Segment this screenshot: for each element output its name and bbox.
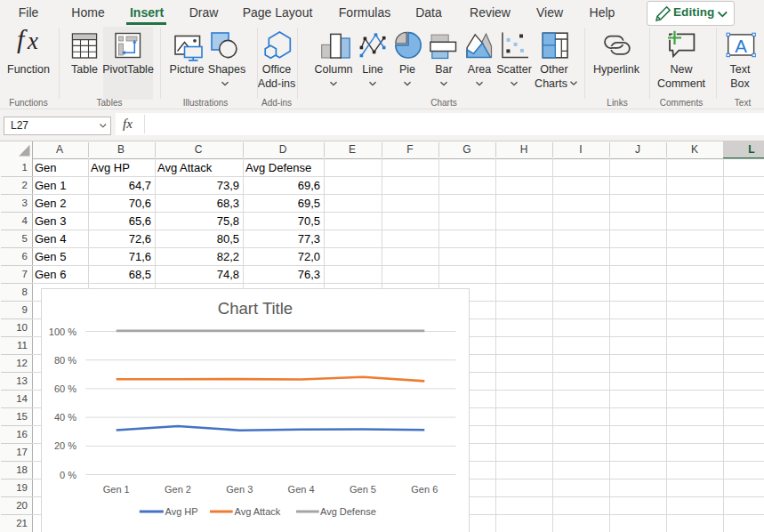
svg-text:x: x xyxy=(27,28,38,54)
svg-text:f: f xyxy=(17,24,28,53)
svg-text:A: A xyxy=(735,36,747,56)
